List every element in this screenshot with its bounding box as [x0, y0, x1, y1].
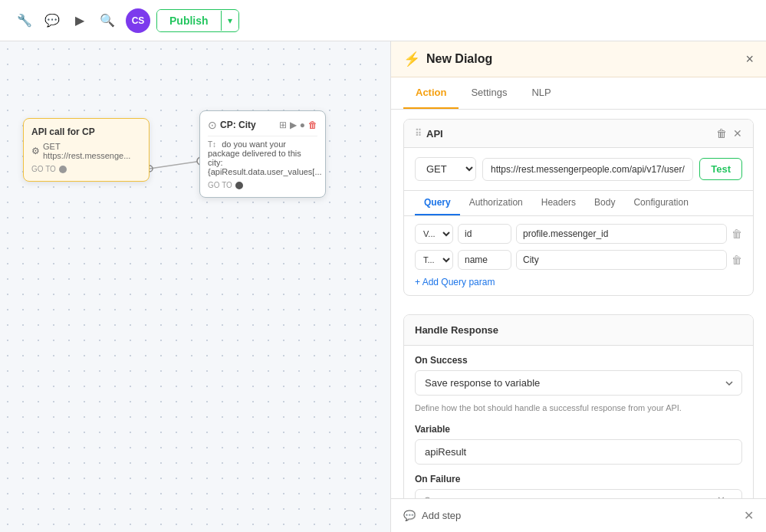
handle-response-header: Handle Response — [404, 315, 753, 346]
api-section: ⠿ API 🗑 ✕ GET Test — [403, 119, 754, 296]
inner-tab-headers[interactable]: Headers — [532, 191, 585, 215]
node-cp-city-footer: GO TO — [208, 181, 317, 189]
param-type-2[interactable]: T... — [415, 250, 453, 270]
api-collapse-btn[interactable]: ✕ — [733, 127, 742, 140]
api-section-actions: 🗑 ✕ — [716, 127, 742, 140]
play-icon-btn[interactable]: ▶ — [67, 8, 92, 33]
node-cp-circle-icon[interactable]: ● — [300, 120, 305, 130]
panel-footer: 💬 Add step ✕ — [391, 498, 766, 532]
go-to-dot-1 — [59, 166, 67, 173]
handle-response-section: Handle Response On Success Save response… — [403, 314, 754, 498]
node-cp-delete-icon[interactable]: 🗑 — [308, 120, 317, 130]
add-step-label: Add step — [422, 510, 461, 521]
node-cp-tree-icon[interactable]: ⊞ — [279, 120, 287, 130]
url-input[interactable] — [482, 158, 693, 181]
handle-response-body: On Success Save response to variable Def… — [404, 346, 753, 498]
go-to-dot-2 — [235, 182, 243, 189]
param-value-1[interactable] — [516, 224, 727, 244]
node-api-call-subtitle: ⚙ GET https://rest.messenge... — [31, 142, 141, 160]
variable-label: Variable — [415, 424, 742, 435]
api-section-title: ⠿ API — [415, 128, 443, 140]
inner-tab-authorization[interactable]: Authorization — [460, 191, 532, 215]
publish-button[interactable]: Publish — [157, 10, 221, 31]
panel-footer-close-btn[interactable]: ✕ — [744, 508, 754, 523]
on-success-hint: Define how the bot should handle a succe… — [415, 402, 742, 415]
panel-body: ⠿ API 🗑 ✕ GET Test — [391, 110, 766, 498]
add-step-btn[interactable]: 💬 Add step — [403, 510, 461, 521]
panel-tabs: Action Settings NLP — [391, 77, 766, 110]
add-step-icon: 💬 — [403, 510, 416, 521]
search-icon-btn[interactable]: 🔍 — [95, 8, 120, 33]
panel-title-text: New Dialog — [426, 52, 492, 66]
param-delete-2[interactable]: 🗑 — [731, 254, 742, 266]
panel-header: ⚡ New Dialog × — [391, 41, 766, 77]
param-key-2[interactable] — [458, 250, 511, 270]
tab-nlp[interactable]: NLP — [519, 77, 563, 109]
node-api-call-title: API call for CP — [31, 126, 141, 137]
inner-tab-body[interactable]: Body — [585, 191, 624, 215]
param-type-1[interactable]: V... — [415, 224, 453, 244]
connector-lines — [0, 41, 390, 532]
api-inner-tabs: Query Authorization Headers Body Configu… — [404, 191, 753, 216]
svg-line-0 — [150, 161, 201, 169]
param-row-1: V... 🗑 — [415, 224, 742, 244]
avatar-btn[interactable]: CS — [126, 8, 150, 33]
tools-icon-btn[interactable]: 🔧 — [12, 8, 37, 33]
variable-section: Variable — [415, 424, 742, 465]
on-failure-row: ⊙ ✕ ▾ — [415, 489, 742, 499]
toolbar: 🔧 💬 ▶ 🔍 CS Publish ▾ — [0, 0, 766, 41]
canvas[interactable]: API call for CP ⚙ GET https://rest.messe… — [0, 41, 390, 532]
panel-title-icon: ⚡ — [403, 51, 420, 67]
on-failure-label: On Failure — [415, 474, 742, 484]
node-cp-header: ⊙ CP: City ⊞ ▶ ● 🗑 — [208, 119, 317, 131]
tab-action[interactable]: Action — [403, 77, 459, 109]
publish-btn-group: Publish ▾ — [156, 9, 239, 32]
tab-settings[interactable]: Settings — [459, 77, 519, 109]
param-row-2: T... 🗑 — [415, 250, 742, 270]
param-value-2[interactable] — [516, 250, 727, 270]
node-cp-city[interactable]: ⊙ CP: City ⊞ ▶ ● 🗑 T↕ do you want your p… — [199, 110, 326, 198]
add-query-param-btn[interactable]: + Add Query param — [415, 277, 495, 287]
api-url-row: GET Test — [404, 148, 753, 191]
drag-handle-icon[interactable]: ⠿ — [415, 128, 422, 139]
test-button[interactable]: Test — [699, 158, 742, 180]
node-cp-icons: ⊞ ▶ ● 🗑 — [279, 120, 317, 130]
panel-title: ⚡ New Dialog — [403, 51, 492, 67]
inner-tab-configuration[interactable]: Configuration — [624, 191, 697, 215]
inner-tab-query[interactable]: Query — [415, 191, 460, 215]
node-cp-play-icon[interactable]: ▶ — [290, 120, 297, 130]
on-success-label: On Success — [415, 355, 742, 366]
api-section-header: ⠿ API 🗑 ✕ — [404, 120, 753, 148]
api-delete-btn[interactable]: 🗑 — [716, 127, 727, 140]
method-select[interactable]: GET — [415, 157, 476, 181]
node-cp-city-title: CP: City — [220, 120, 256, 130]
node-api-call-footer: GO TO — [31, 165, 141, 173]
node-cp-city-body: T↕ do you want your package delivered to… — [208, 136, 317, 176]
query-params: V... 🗑 T... 🗑 — [404, 216, 753, 295]
panel-close-button[interactable]: × — [745, 52, 754, 66]
param-delete-1[interactable]: 🗑 — [731, 228, 742, 240]
on-success-select[interactable]: Save response to variable — [415, 370, 742, 396]
main-area: API call for CP ⚙ GET https://rest.messe… — [0, 41, 766, 532]
chat-icon-btn[interactable]: 💬 — [40, 8, 64, 33]
failure-input-wrapper: ⊙ ✕ ▾ — [415, 489, 742, 499]
toolbar-icons: 🔧 💬 ▶ 🔍 — [12, 8, 120, 33]
variable-input[interactable] — [415, 439, 742, 465]
side-panel: ⚡ New Dialog × Action Settings NLP ⠿ API — [390, 41, 766, 532]
node-api-call[interactable]: API call for CP ⚙ GET https://rest.messe… — [23, 118, 150, 182]
publish-dropdown-btn[interactable]: ▾ — [221, 11, 238, 31]
param-key-1[interactable] — [458, 224, 511, 244]
